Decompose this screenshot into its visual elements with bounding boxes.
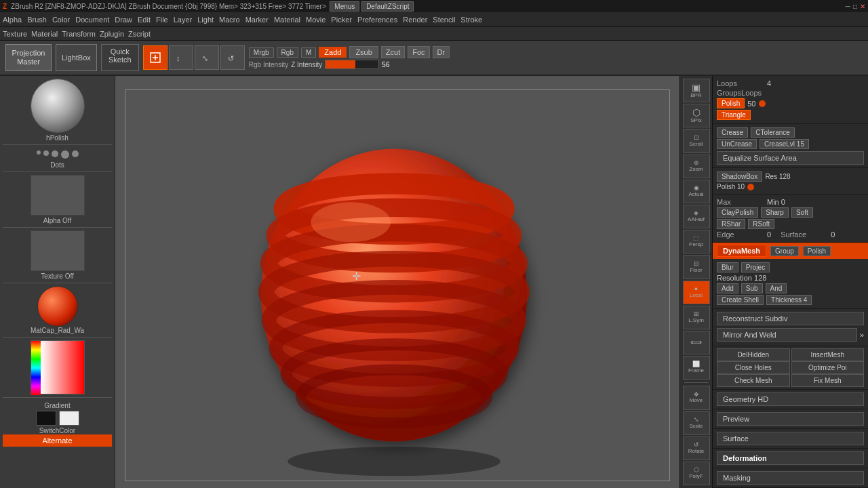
menu-transform[interactable]: Transform [62, 30, 96, 38]
quick-sketch-button[interactable]: Quick Sketch [101, 44, 139, 71]
mirror-weld-button[interactable]: Mirror And Weld [717, 328, 857, 342]
check-mesh-button[interactable]: Check Mesh [717, 374, 790, 387]
foreground-color[interactable] [36, 411, 56, 426]
projection-master-button[interactable]: Projection Master [5, 44, 52, 71]
dr-button[interactable]: Dr [433, 46, 450, 58]
blur-button[interactable]: Blur [717, 262, 738, 272]
sharp-button[interactable]: Sharp [761, 207, 789, 218]
preview-button[interactable]: Preview [717, 412, 864, 426]
lightbox-button[interactable]: LightBox [56, 44, 97, 71]
triangle-button[interactable]: Triangle [717, 110, 751, 120]
thickness-button[interactable]: Thickness 4 [766, 295, 812, 305]
frame-button[interactable]: ⬜ Frame [683, 356, 710, 380]
z-intensity-slider[interactable] [325, 60, 379, 69]
reconstruct-subdiv-button[interactable]: Reconstruct Subdiv [717, 312, 864, 325]
optimize-button[interactable]: Optimize Poi [791, 361, 865, 374]
color-picker[interactable] [31, 340, 85, 394]
crease-button[interactable]: Crease [717, 127, 748, 138]
local-button[interactable]: ● Local [683, 281, 710, 304]
scale-tool-button[interactable]: ⤡ Scale [683, 411, 710, 435]
add-button[interactable]: Add [717, 283, 738, 293]
menu-macro[interactable]: Macro [219, 16, 240, 24]
projec-button[interactable]: Projec [741, 262, 770, 272]
menu-edit[interactable]: Edit [138, 16, 151, 24]
zoom-button[interactable]: ⊕ Zoom [683, 155, 710, 178]
polyf-button[interactable]: ⬡ PolyF [683, 462, 710, 485]
close-icon[interactable]: ✕ [860, 3, 865, 10]
foc-button[interactable]: Foc [408, 46, 429, 58]
background-color[interactable] [59, 411, 79, 426]
lsym-button[interactable]: ⊞ L.Sym [683, 306, 710, 329]
menu-stencil[interactable]: Stencil [433, 16, 455, 24]
deformation-button[interactable]: Deformation [717, 451, 864, 465]
scroll-button[interactable]: ⊡ Scroll [683, 129, 710, 152]
menu-layer[interactable]: Layer [174, 16, 193, 24]
and-button[interactable]: And [766, 283, 787, 293]
group-button[interactable]: Group [770, 246, 799, 256]
rshar-button[interactable]: RShar [717, 219, 745, 229]
menu-zscript[interactable]: Zscript [128, 30, 151, 38]
close-holes-button[interactable]: Close Holes [717, 361, 790, 374]
menu-document[interactable]: Document [75, 16, 109, 24]
menu-render[interactable]: Render [403, 16, 427, 24]
polish-btn2[interactable]: Polish [803, 246, 831, 256]
surface-button[interactable]: Surface [717, 432, 864, 445]
bpr-button[interactable]: ▣ BPR [683, 79, 710, 102]
menus-button[interactable]: Menus [330, 1, 359, 12]
menu-picker[interactable]: Picker [331, 16, 352, 24]
minimize-icon[interactable]: ─ [846, 3, 850, 10]
rotate-tool-button[interactable]: ↺ Rotate [683, 436, 710, 460]
menu-texture[interactable]: Texture [3, 30, 27, 38]
default-script-button[interactable]: DefaultZScript [361, 1, 414, 12]
geometry-hd-button[interactable]: Geometry HD [717, 392, 864, 406]
canvas-area[interactable]: ✛ [115, 76, 679, 488]
menu-alpha[interactable]: Alpha [3, 16, 22, 24]
polish-button[interactable]: Polish [717, 98, 745, 108]
zcut-button[interactable]: Zcut [381, 46, 405, 58]
persp-button[interactable]: ⬚ Persp [683, 230, 710, 253]
menu-file[interactable]: File [156, 16, 168, 24]
menu-color[interactable]: Color [52, 16, 70, 24]
create-shell-button[interactable]: Create Shell [717, 295, 764, 305]
menu-zplugin[interactable]: Zplugin [100, 30, 124, 38]
claypolish-button[interactable]: ClayPolish [717, 207, 758, 218]
rgb-button[interactable]: Rgb [277, 47, 298, 58]
dynamesh-button[interactable]: DynaMesh [717, 245, 766, 257]
fix-mesh-button[interactable]: Fix Mesh [791, 374, 865, 387]
sub-button[interactable]: Sub [741, 283, 763, 293]
actual-button[interactable]: ◉ Actual [683, 180, 710, 203]
draw-button[interactable] [143, 45, 167, 70]
menu-brush[interactable]: Brush [27, 16, 47, 24]
soft-button[interactable]: Soft [791, 207, 813, 218]
alternate-button[interactable]: Alternate [3, 434, 112, 447]
menu-material2[interactable]: Material [31, 30, 58, 38]
equalize-button[interactable]: Equalize Surface Area [717, 151, 864, 165]
menu-preferences[interactable]: Preferences [357, 16, 397, 24]
scale-button[interactable]: ⤡ [195, 45, 219, 70]
creaselv-button[interactable]: CreaseLvl 15 [760, 139, 809, 149]
menu-material[interactable]: Material [274, 16, 300, 24]
sym-button[interactable]: ⟺ [683, 331, 710, 354]
insert-mesh-button[interactable]: InsertMesh [791, 348, 865, 361]
zadd-button[interactable]: Zadd [319, 47, 347, 58]
rsoft-button[interactable]: RSoft [748, 219, 774, 229]
menu-light[interactable]: Light [197, 16, 214, 24]
menu-draw[interactable]: Draw [115, 16, 132, 24]
spix-button[interactable]: ⬡ SPix [683, 104, 710, 127]
masking-button[interactable]: Masking [717, 471, 864, 485]
maximize-icon[interactable]: □ [853, 3, 857, 10]
menu-stroke[interactable]: Stroke [460, 16, 482, 24]
uncrease-button[interactable]: UnCrease [717, 139, 757, 149]
zsub-button[interactable]: Zsub [349, 46, 378, 58]
move-tool-button[interactable]: ✥ Move [683, 386, 710, 409]
mrgb-button[interactable]: Mrgb [249, 47, 274, 58]
floor-button[interactable]: ⊟ Floor [683, 255, 710, 279]
del-hidden-button[interactable]: DelHidden [717, 348, 790, 361]
menu-marker[interactable]: Marker [245, 16, 269, 24]
menu-movie[interactable]: Movie [306, 16, 326, 24]
aahalf-button[interactable]: ◈ AAHalf [683, 205, 710, 228]
rotate-button[interactable]: ↺ [220, 45, 245, 70]
ctolerance-button[interactable]: CTolerance [751, 127, 795, 138]
move-button[interactable]: ↕ [169, 45, 193, 70]
m-button[interactable]: M [301, 47, 316, 58]
